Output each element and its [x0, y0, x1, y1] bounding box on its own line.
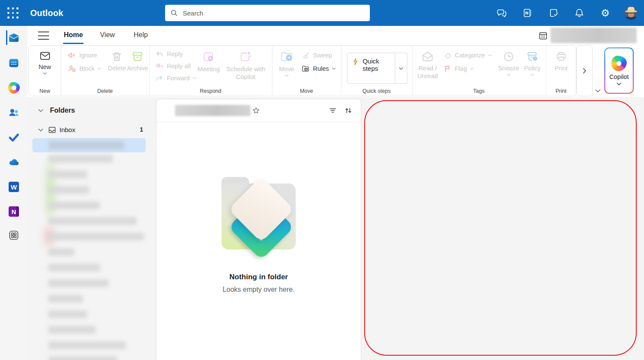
redacted-folder-item[interactable]	[48, 186, 89, 194]
redacted-folder-item[interactable]	[48, 233, 144, 240]
meeting-button[interactable]: Meeting	[196, 50, 222, 73]
chevron-down-icon[interactable]	[38, 109, 44, 112]
redacted-folder-item[interactable]	[48, 202, 100, 209]
calendar-icon[interactable]	[5, 54, 22, 72]
group-label-respond: Respond	[149, 88, 272, 94]
onedrive-icon[interactable]	[5, 154, 22, 171]
quick-steps-dropdown[interactable]	[395, 53, 407, 83]
more-apps-icon[interactable]	[5, 227, 22, 244]
flag-button[interactable]: Flag	[443, 63, 474, 74]
todo-icon[interactable]	[5, 129, 22, 146]
app-launcher-icon[interactable]	[6, 6, 20, 20]
onenote-feed-icon[interactable]	[521, 6, 535, 20]
sweep-button[interactable]: Sweep	[301, 50, 332, 61]
annotation-highlight-box	[364, 100, 637, 356]
move-button[interactable]: Move	[275, 49, 298, 77]
delete-button[interactable]: Delete	[106, 50, 127, 72]
people-icon[interactable]	[5, 104, 22, 121]
print-button[interactable]: Print	[551, 50, 571, 72]
meeting-icon	[202, 50, 216, 64]
policy-icon	[526, 50, 539, 63]
quick-steps-button[interactable]: Quick steps	[347, 53, 407, 84]
redacted-folder-item[interactable]	[48, 248, 74, 256]
selected-folder-item[interactable]	[32, 138, 146, 152]
reply-all-button[interactable]: Reply all	[155, 60, 191, 72]
delete-icon	[110, 50, 123, 63]
forward-icon	[155, 74, 164, 82]
redacted-folder-item[interactable]	[48, 155, 113, 163]
redacted-folder-title	[175, 105, 250, 116]
chevron-down-icon	[506, 73, 511, 76]
sort-icon[interactable]	[344, 106, 353, 115]
chat-icon[interactable]	[494, 6, 508, 20]
tab-home[interactable]: Home	[64, 26, 83, 45]
favorite-star-icon[interactable]	[251, 106, 261, 115]
ribbon-tab-row: Home View Help	[28, 26, 644, 45]
group-respond: Reply Reply all Forward	[149, 46, 272, 96]
my-day-calendar-icon[interactable]	[538, 31, 548, 41]
copilot-button[interactable]: Copilot	[604, 47, 634, 94]
chevron-down-icon[interactable]	[38, 128, 44, 132]
chevron-down-icon	[399, 67, 403, 70]
tab-help[interactable]: Help	[134, 26, 148, 45]
policy-button[interactable]: Policy	[522, 50, 543, 76]
bell-icon[interactable]	[572, 6, 586, 20]
redacted-folder-item[interactable]	[48, 356, 117, 360]
folder-pane: Folders Inbox 1	[28, 97, 156, 360]
reply-icon	[155, 50, 164, 58]
copilot-icon[interactable]	[5, 79, 22, 96]
archive-button[interactable]: Archive	[126, 50, 149, 72]
group-move: Move Sweep Rules	[272, 46, 341, 96]
search-bar[interactable]	[165, 5, 370, 21]
ignore-button[interactable]: Ignore	[68, 50, 97, 61]
group-label-tags: Tags	[412, 88, 546, 94]
filter-icon[interactable]	[328, 106, 338, 115]
group-delete: Ignore Block Delete	[61, 46, 150, 96]
rules-button[interactable]: Rules	[301, 63, 336, 74]
snooze-button[interactable]: Snooze	[497, 50, 521, 76]
redacted-folder-item[interactable]	[48, 326, 96, 334]
gear-icon[interactable]: ⚙	[598, 6, 612, 20]
redacted-folder-item[interactable]	[48, 295, 83, 303]
tab-view[interactable]: View	[100, 26, 115, 45]
archive-icon	[131, 50, 144, 63]
read-unread-button[interactable]: Read / Unread	[415, 50, 441, 80]
redacted-folder-item[interactable]	[48, 171, 87, 178]
ignore-icon	[68, 51, 76, 60]
reply-button[interactable]: Reply	[155, 48, 183, 60]
redacted-folder-item[interactable]	[48, 217, 137, 225]
block-button[interactable]: Block	[68, 63, 101, 74]
categorize-button[interactable]: Categorize	[443, 50, 492, 61]
folder-item-inbox[interactable]: Inbox 1	[28, 123, 153, 137]
ribbon-overflow-button[interactable]	[576, 45, 593, 96]
redacted-folder-item[interactable]	[48, 341, 126, 349]
word-icon[interactable]: W	[5, 178, 22, 196]
message-list-header	[156, 99, 361, 122]
avatar[interactable]	[624, 6, 638, 20]
chevron-down-icon	[616, 82, 622, 85]
hamburger-menu-icon[interactable]	[38, 32, 49, 40]
copilot-logo-icon	[611, 56, 627, 71]
search-icon	[170, 9, 178, 17]
schedule-with-copilot-button[interactable]: Schedule with Copilot	[223, 50, 268, 81]
collapse-ribbon-button[interactable]	[593, 87, 603, 94]
redacted-account-name[interactable]	[550, 28, 637, 43]
inbox-unread-count: 1	[134, 126, 143, 133]
app-title: Outlook	[30, 0, 63, 26]
search-input[interactable]	[182, 9, 365, 17]
redacted-folder-item[interactable]	[48, 264, 100, 272]
redacted-folder-item[interactable]	[48, 310, 87, 318]
mail-icon[interactable]	[5, 29, 22, 47]
empty-folder-illustration	[219, 177, 298, 256]
forward-button[interactable]: Forward	[155, 73, 197, 84]
tasks-icon[interactable]	[547, 6, 561, 20]
group-quick-steps: Quick steps Quick steps	[341, 46, 413, 96]
group-label-new: New	[29, 88, 61, 94]
onenote-icon[interactable]: N	[5, 203, 22, 220]
block-icon	[68, 64, 76, 73]
new-mail-button[interactable]: New	[35, 50, 55, 75]
content-area: Folders Inbox 1	[28, 97, 644, 360]
new-mail-icon	[39, 50, 51, 62]
redacted-folder-item[interactable]	[48, 279, 109, 287]
group-label-delete: Delete	[61, 88, 149, 94]
